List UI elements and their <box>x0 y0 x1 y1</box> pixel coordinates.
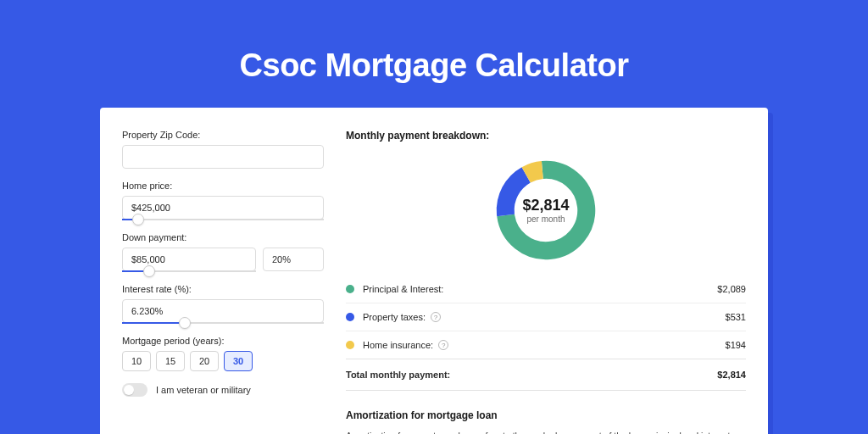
period-label: Mortgage period (years): <box>122 336 324 346</box>
total-value: $2,814 <box>717 370 746 380</box>
home-price-slider[interactable] <box>122 219 324 220</box>
legend-value: $2,089 <box>717 284 746 294</box>
interest-input[interactable] <box>122 299 324 323</box>
interest-label: Interest rate (%): <box>122 284 324 294</box>
zip-group: Property Zip Code: <box>122 130 324 169</box>
donut-chart: $2,814 per month <box>492 157 599 264</box>
down-payment-label: Down payment: <box>122 232 324 242</box>
period-option-10[interactable]: 10 <box>122 351 151 371</box>
legend-dot <box>346 313 354 321</box>
home-price-input[interactable] <box>122 196 324 220</box>
period-group: Mortgage period (years): 10152030 <box>122 336 324 371</box>
amortization-text: Amortization for a mortgage loan refers … <box>346 430 746 434</box>
legend-label: Home insurance: <box>363 340 433 350</box>
slider-thumb[interactable] <box>143 265 155 277</box>
interest-group: Interest rate (%): <box>122 284 324 324</box>
donut-sub: per month <box>526 214 565 224</box>
legend-row-tax: Property taxes:?$531 <box>346 303 746 331</box>
legend-label: Principal & Interest: <box>363 284 443 294</box>
calculator-card: Property Zip Code: Home price: Down paym… <box>100 108 768 434</box>
zip-input[interactable] <box>122 145 324 169</box>
amortization-title: Amortization for mortgage loan <box>346 409 746 421</box>
total-label: Total monthly payment: <box>346 370 450 380</box>
zip-label: Property Zip Code: <box>122 130 324 140</box>
period-option-20[interactable]: 20 <box>190 351 219 371</box>
down-payment-slider[interactable] <box>122 270 256 272</box>
legend-dot <box>346 341 354 349</box>
veteran-label: I am veteran or military <box>156 385 251 395</box>
interest-slider[interactable] <box>122 322 324 324</box>
info-icon[interactable]: ? <box>431 312 441 322</box>
legend-value: $531 <box>726 312 746 322</box>
legend-value: $194 <box>726 340 746 350</box>
total-row: Total monthly payment: $2,814 <box>346 359 746 391</box>
page-title: Csoc Mortgage Calculator <box>0 0 868 108</box>
legend-dot <box>346 285 354 293</box>
legend-row-pi: Principal & Interest:$2,089 <box>346 275 746 303</box>
donut-amount: $2,814 <box>522 197 569 214</box>
breakdown-title: Monthly payment breakdown: <box>346 130 746 142</box>
period-option-30[interactable]: 30 <box>224 351 253 371</box>
down-payment-group: Down payment: <box>122 232 324 272</box>
slider-thumb[interactable] <box>132 214 144 225</box>
down-payment-amount-input[interactable] <box>122 248 256 271</box>
veteran-toggle[interactable] <box>122 383 147 397</box>
legend-label: Property taxes: <box>363 312 426 322</box>
home-price-label: Home price: <box>122 181 324 191</box>
period-option-15[interactable]: 15 <box>156 351 185 371</box>
inputs-panel: Property Zip Code: Home price: Down paym… <box>122 130 324 434</box>
breakdown-panel: Monthly payment breakdown: $2,814 per mo… <box>346 130 746 434</box>
veteran-row: I am veteran or military <box>122 383 324 397</box>
donut-chart-wrap: $2,814 per month <box>346 150 746 275</box>
slider-thumb[interactable] <box>179 317 191 329</box>
down-payment-pct-input[interactable] <box>263 248 324 271</box>
home-price-group: Home price: <box>122 181 324 220</box>
info-icon[interactable]: ? <box>438 340 448 350</box>
amortization-section: Amortization for mortgage loan Amortizat… <box>346 409 746 434</box>
legend-row-ins: Home insurance:?$194 <box>346 331 746 359</box>
